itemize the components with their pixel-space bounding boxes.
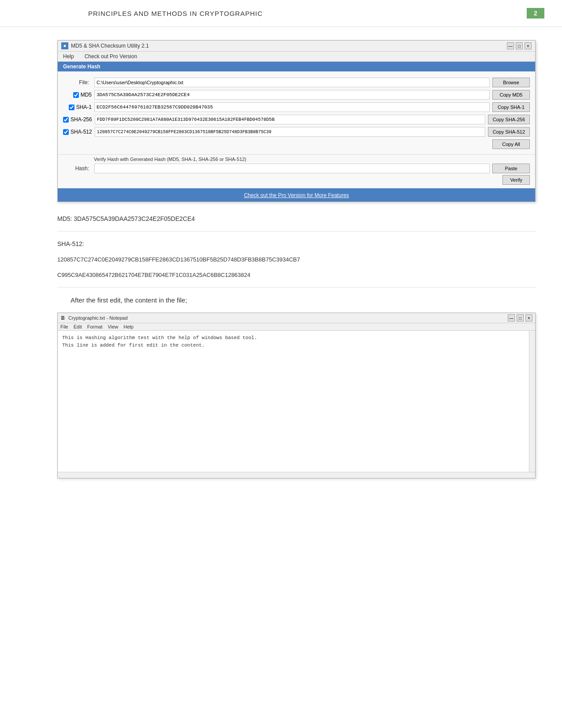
- sha256-value-input: [95, 115, 485, 124]
- notepad-controls: — □ ×: [508, 314, 532, 321]
- notepad-menubar: File Edit Format View Help: [58, 323, 535, 331]
- md5-label: MD5: [81, 92, 92, 98]
- pro-link-bar: Check out the Pro Version for More Featu…: [58, 188, 535, 202]
- after-edit-text: After the first edit, the content in the…: [71, 296, 536, 304]
- main-content: ■ MD5 & SHA Checksum Utility 2.1 — □ × H…: [0, 27, 562, 492]
- sha256-checkbox-label: SHA-256: [63, 116, 92, 123]
- divider-2: [57, 287, 536, 287]
- md5-hash-label: MD5: 3DA575C5A39DAA2573C24E2F05DE2CE4: [57, 215, 536, 222]
- hash-label: Hash:: [63, 165, 92, 172]
- menu-help[interactable]: Help: [61, 52, 76, 60]
- notepad-menu-edit[interactable]: Edit: [74, 324, 82, 329]
- file-input[interactable]: [94, 78, 490, 87]
- page-title: PRINCIPLES AND METHODS IN CRYPTOGRAPHIC: [88, 10, 263, 17]
- app-window: ■ MD5 & SHA Checksum Utility 2.1 — □ × H…: [57, 40, 536, 202]
- sha512-value-section2: C995C9AE430865472B621704E7BE7904E7F1C031…: [57, 272, 536, 278]
- copy-sha512-button[interactable]: Copy SHA-512: [488, 127, 530, 137]
- md5-value-input: [94, 90, 490, 100]
- pro-version-link[interactable]: Check out the Pro Version for More Featu…: [244, 192, 349, 198]
- notepad-titlebar: 🗎 Cryptographic.txt - Notepad — □ ×: [58, 313, 535, 323]
- window-title-left: ■ MD5 & SHA Checksum Utility 2.1: [61, 42, 149, 49]
- sha512-label: SHA-512: [71, 129, 92, 135]
- verify-button[interactable]: Verify: [502, 175, 530, 185]
- generate-hash-bar: Generate Hash: [58, 62, 535, 71]
- window-controls: — □ ×: [507, 42, 532, 49]
- notepad-window: 🗎 Cryptographic.txt - Notepad — □ × File…: [57, 313, 536, 478]
- minimize-button[interactable]: —: [507, 42, 514, 49]
- copy-all-button[interactable]: Copy All: [492, 139, 530, 149]
- app-icon: ■: [61, 42, 68, 49]
- sha512-row: SHA-512 Copy SHA-512: [63, 127, 530, 137]
- browse-button[interactable]: Browse: [492, 78, 530, 87]
- maximize-button[interactable]: □: [516, 42, 523, 49]
- notepad-menu-format[interactable]: Format: [87, 324, 103, 329]
- divider-1: [57, 231, 536, 231]
- sha1-row: SHA-1 Copy SHA-1: [63, 102, 530, 112]
- sha256-checkbox[interactable]: [63, 117, 69, 123]
- window-titlebar: ■ MD5 & SHA Checksum Utility 2.1 — □ ×: [58, 41, 535, 52]
- file-label: File:: [63, 79, 92, 86]
- notepad-menu-help[interactable]: Help: [123, 324, 134, 329]
- verify-hint-text: Verify Hash with Generated Hash (MD5, SH…: [63, 157, 530, 162]
- copy-md5-button[interactable]: Copy MD5: [492, 90, 530, 100]
- verify-section: Verify Hash with Generated Hash (MD5, SH…: [58, 154, 535, 188]
- copy-all-row: Copy All: [63, 139, 530, 149]
- notepad-minimize-button[interactable]: —: [508, 314, 515, 321]
- md5-checkbox-label: MD5: [63, 92, 92, 98]
- sha1-label: SHA-1: [76, 104, 92, 110]
- notepad-close-button[interactable]: ×: [525, 314, 532, 321]
- sha1-checkbox[interactable]: [69, 105, 74, 110]
- sha1-checkbox-label: SHA-1: [63, 104, 92, 110]
- file-row: File: Browse: [63, 78, 530, 87]
- form-area: File: Browse MD5 Copy MD5 SHA-1: [58, 71, 535, 154]
- sha256-label: SHA-256: [71, 116, 92, 123]
- sha1-value-input: [94, 102, 490, 112]
- copy-sha1-button[interactable]: Copy SHA-1: [492, 102, 530, 112]
- menu-pro-version[interactable]: Check out Pro Version: [83, 52, 139, 60]
- sha512-hash-value-line2: C995C9AE430865472B621704E7BE7904E7F1C031…: [57, 272, 536, 278]
- sha512-hash-section: SHA-512:: [57, 240, 536, 247]
- window-title-text: MD5 & SHA Checksum Utility 2.1: [71, 43, 149, 49]
- md5-hash-section: MD5: 3DA575C5A39DAA2573C24E2F05DE2CE4: [57, 215, 536, 222]
- sha512-hash-label: SHA-512:: [57, 240, 536, 247]
- window-menubar: Help Check out Pro Version: [58, 52, 535, 62]
- notepad-title-left: 🗎 Cryptographic.txt - Notepad: [60, 315, 128, 321]
- sha256-row: SHA-256 Copy SHA-256: [63, 115, 530, 124]
- generate-hash-label: Generate Hash: [63, 63, 100, 70]
- notepad-menu-view[interactable]: View: [108, 324, 119, 329]
- sha512-value-input: [95, 127, 485, 137]
- md5-checkbox[interactable]: [73, 92, 79, 98]
- notepad-menu-file[interactable]: File: [60, 324, 68, 329]
- notepad-maximize-button[interactable]: □: [517, 314, 524, 321]
- page-number-badge: 2: [527, 8, 544, 19]
- notepad-line2: This line is added for first edit in the…: [62, 342, 525, 349]
- sha512-checkbox[interactable]: [63, 129, 69, 135]
- close-button[interactable]: ×: [525, 42, 532, 49]
- notepad-line1: This is Hashing algorithm test with the …: [62, 334, 525, 342]
- verify-buttons: Paste: [492, 164, 530, 173]
- notepad-scrollbar-vertical[interactable]: [529, 331, 535, 472]
- notepad-content[interactable]: This is Hashing algorithm test with the …: [58, 331, 535, 472]
- notepad-title-text: Cryptographic.txt - Notepad: [68, 315, 128, 321]
- verify-row: Hash: Paste: [63, 164, 530, 173]
- sha512-checkbox-label: SHA-512: [63, 129, 92, 135]
- copy-sha256-button[interactable]: Copy SHA-256: [488, 115, 530, 124]
- hash-input[interactable]: [94, 164, 490, 173]
- md5-row: MD5 Copy MD5: [63, 90, 530, 100]
- notepad-content-wrapper: This is Hashing algorithm test with the …: [58, 331, 535, 472]
- sha512-hash-value-line1: 120857C7C274C0E2049279CB158FFE2863CD1367…: [57, 256, 536, 263]
- sha512-value-section: 120857C7C274C0E2049279CB158FFE2863CD1367…: [57, 256, 536, 263]
- after-edit-section: After the first edit, the content in the…: [57, 296, 536, 304]
- notepad-scrollbar-horizontal[interactable]: [58, 472, 535, 478]
- paste-button[interactable]: Paste: [492, 164, 530, 173]
- page-header: PRINCIPLES AND METHODS IN CRYPTOGRAPHIC …: [0, 0, 562, 27]
